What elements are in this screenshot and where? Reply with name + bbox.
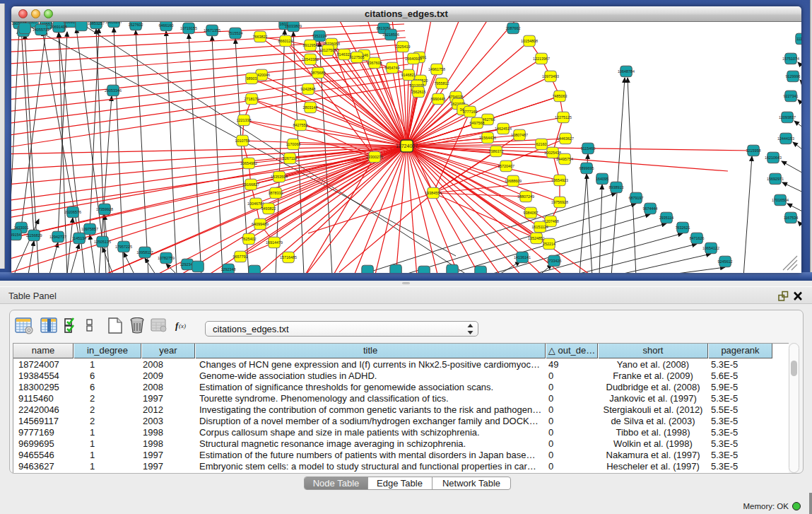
svg-text:10154808: 10154808 [521, 39, 538, 43]
svg-text:1527602: 1527602 [129, 23, 143, 27]
svg-text:252214: 252214 [543, 242, 555, 246]
svg-text:15353594: 15353594 [271, 175, 288, 179]
svg-text:16210643: 16210643 [765, 156, 782, 160]
svg-text:3878332: 3878332 [269, 191, 283, 195]
svg-text:11123: 11123 [796, 37, 801, 41]
svg-text:7663822: 7663822 [253, 35, 268, 39]
svg-text:13300275: 13300275 [366, 155, 383, 159]
svg-text:1010755: 1010755 [235, 139, 250, 143]
svg-text:1733426: 1733426 [547, 259, 562, 263]
svg-text:8912954: 8912954 [303, 43, 318, 47]
svg-text:9115460: 9115460 [581, 146, 596, 151]
svg-text:10688609: 10688609 [505, 179, 522, 183]
svg-text:16914479: 16914479 [266, 240, 283, 245]
svg-text:19218506: 19218506 [382, 33, 399, 37]
svg-text:8660124: 8660124 [278, 39, 293, 43]
svg-text:8990445: 8990445 [431, 97, 446, 101]
svg-text:13654923: 13654923 [551, 178, 568, 182]
svg-text:3215958: 3215958 [746, 148, 761, 153]
svg-text:9657791: 9657791 [233, 255, 248, 259]
svg-text:1167534: 1167534 [784, 216, 799, 220]
svg-text:10543382: 10543382 [302, 57, 319, 62]
svg-text:15692971: 15692971 [767, 177, 784, 181]
svg-text:10046786: 10046786 [247, 201, 264, 206]
svg-text:7352224: 7352224 [312, 34, 327, 38]
svg-text:8454749: 8454749 [385, 66, 400, 70]
svg-text:20691406: 20691406 [50, 25, 67, 29]
svg-text:14136141: 14136141 [514, 255, 531, 259]
svg-text:9384067: 9384067 [524, 211, 539, 215]
svg-text:7955812: 7955812 [435, 81, 449, 86]
svg-text:12505135: 12505135 [94, 240, 111, 244]
svg-text:16033809: 16033809 [285, 24, 302, 28]
svg-text:98903: 98903 [247, 76, 257, 81]
svg-text:10807487: 10807487 [511, 133, 528, 137]
svg-text:10973493: 10973493 [542, 74, 559, 78]
svg-text:7386372: 7386372 [489, 149, 504, 153]
svg-text:10853257: 10853257 [88, 22, 105, 25]
svg-text:10782759: 10782759 [158, 256, 175, 260]
svg-text:10654122: 10654122 [702, 246, 719, 250]
svg-text:1145134: 1145134 [72, 236, 87, 240]
svg-text:9129996: 9129996 [786, 74, 801, 78]
svg-text:10671355: 10671355 [204, 28, 220, 33]
svg-text:8471626: 8471626 [690, 236, 705, 240]
svg-text:7625402: 7625402 [242, 237, 257, 241]
svg-text:15716485: 15716485 [280, 255, 297, 259]
svg-text:13524851: 13524851 [528, 236, 545, 240]
svg-text:2803144: 2803144 [303, 105, 318, 110]
svg-text:20053346: 20053346 [105, 88, 122, 93]
svg-text:9127505: 9127505 [350, 55, 365, 59]
svg-text:19166827: 19166827 [242, 182, 259, 187]
svg-text:2718170: 2718170 [245, 97, 259, 101]
svg-text:6466160: 6466160 [159, 23, 174, 28]
svg-text:17359928: 17359928 [96, 207, 113, 211]
svg-text:12275125: 12275125 [555, 115, 572, 119]
svg-text:10653267: 10653267 [105, 22, 122, 24]
svg-text:10958117: 10958117 [136, 250, 153, 255]
svg-text:15751074: 15751074 [782, 57, 799, 61]
svg-text:12942737: 12942737 [49, 235, 66, 239]
svg-text:20206576: 20206576 [64, 210, 81, 214]
svg-text:7515524: 7515524 [228, 31, 243, 35]
svg-text:8938913: 8938913 [609, 185, 624, 189]
svg-text:12213967: 12213967 [533, 57, 550, 61]
svg-text:10719155: 10719155 [180, 26, 197, 30]
svg-text:6497568: 6497568 [470, 121, 485, 125]
svg-text:10025438: 10025438 [544, 151, 561, 155]
svg-text:9777169: 9777169 [463, 110, 478, 114]
svg-text:1170068: 1170068 [286, 142, 301, 146]
svg-text:16640910: 16640910 [405, 57, 422, 61]
svg-text:62160: 62160 [536, 142, 547, 146]
svg-text:6879197: 6879197 [629, 196, 644, 200]
svg-text:3267110: 3267110 [283, 156, 298, 160]
svg-text:9674444: 9674444 [643, 206, 658, 211]
svg-text:7632621: 7632621 [676, 226, 690, 230]
svg-text:64099489: 64099489 [252, 222, 269, 226]
svg-text:14495754: 14495754 [556, 157, 573, 161]
svg-text:2367608: 2367608 [367, 61, 382, 65]
svg-text:12444153: 12444153 [777, 136, 794, 141]
svg-text:10648784: 10648784 [618, 69, 635, 74]
svg-text:10975857: 10975857 [81, 227, 98, 231]
svg-text:16151124: 16151124 [531, 225, 548, 229]
svg-text:9245612: 9245612 [718, 259, 733, 264]
svg-text:18807249: 18807249 [517, 194, 534, 199]
svg-text:15720407: 15720407 [498, 164, 514, 168]
svg-text:18724007: 18724007 [396, 144, 418, 148]
svg-text:1325419: 1325419 [396, 45, 411, 49]
svg-text:11156829: 11156829 [25, 233, 42, 238]
svg-text:17016504: 17016504 [772, 198, 789, 202]
svg-text:19756928: 19756928 [551, 200, 568, 204]
svg-text:2935114: 2935114 [659, 216, 674, 220]
svg-text:9227341: 9227341 [784, 94, 799, 98]
svg-text:1292348: 1292348 [221, 267, 236, 271]
svg-text:1221338: 1221338 [237, 118, 252, 122]
svg-text:17957225: 17957225 [115, 245, 132, 249]
svg-text:21564436: 21564436 [479, 136, 496, 140]
svg-text:6899695: 6899695 [579, 166, 594, 170]
svg-text:164095: 164095 [596, 177, 608, 181]
svg-text:10654982: 10654982 [240, 161, 257, 165]
svg-text:7485063: 7485063 [553, 94, 567, 98]
svg-text:12093837: 12093837 [779, 115, 796, 119]
